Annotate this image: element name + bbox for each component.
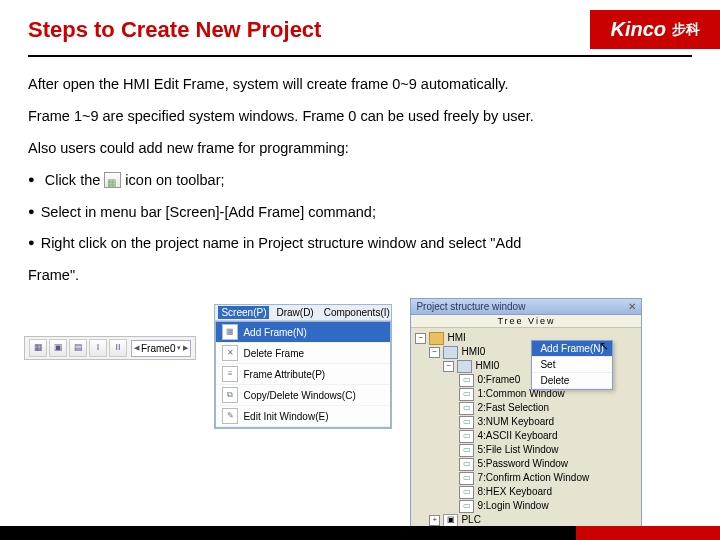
tree-title: Project structure window xyxy=(416,301,525,312)
bullet-toolbar: Click the icon on toolbar; xyxy=(28,165,692,197)
footer-bar xyxy=(0,526,720,540)
zoom-in-icon[interactable]: I xyxy=(89,339,107,357)
cursor-icon: ↖ xyxy=(599,339,609,353)
menu-components[interactable]: Components(I) xyxy=(321,306,393,319)
context-set[interactable]: Set xyxy=(532,357,611,373)
delete-icon: ✕ xyxy=(222,345,238,361)
tree-item[interactable]: ▭4:ASCII Keyboard xyxy=(415,429,637,443)
toolbar-icon[interactable]: ▣ xyxy=(49,339,67,357)
collapse-icon[interactable]: − xyxy=(443,361,454,372)
window-icon: ▭ xyxy=(459,444,474,457)
window-icon: ▭ xyxy=(459,416,474,429)
window-icon: ▭ xyxy=(459,458,474,471)
toolbar-icon[interactable]: ▤ xyxy=(69,339,87,357)
body-text: After open the HMI Edit Frame, system wi… xyxy=(0,57,720,292)
window-icon: ▭ xyxy=(459,388,474,401)
copy-icon: ⧉ xyxy=(222,387,238,403)
add-icon: ▦ xyxy=(222,324,238,340)
add-frame-icon xyxy=(104,172,121,188)
page-title: Steps to Create New Project xyxy=(28,17,321,43)
window-icon: ▭ xyxy=(459,374,474,387)
close-icon[interactable]: ✕ xyxy=(628,301,636,312)
tree-view-label: Tree View xyxy=(411,315,641,328)
hmi-icon xyxy=(457,360,472,373)
menu-copy-windows[interactable]: ⧉Copy/Delete Windows(C) xyxy=(216,385,390,406)
tree-item[interactable]: ▭5:File List Window xyxy=(415,443,637,457)
tree-item[interactable]: ▭8:HEX Keyboard xyxy=(415,485,637,499)
bullet-rightclick: Right click on the project name in Proje… xyxy=(28,228,692,260)
edit-icon: ✎ xyxy=(222,408,238,424)
tree-item[interactable]: ▭5:Password Window xyxy=(415,457,637,471)
hmi-icon xyxy=(443,346,458,359)
menu-screen[interactable]: Screen(P) xyxy=(218,306,269,319)
zoom-out-icon[interactable]: II xyxy=(109,339,127,357)
tree-item[interactable]: ▭9:Login Window xyxy=(415,499,637,513)
collapse-icon[interactable]: − xyxy=(415,333,426,344)
menu-edit-init[interactable]: ✎Edit Init Window(E) xyxy=(216,406,390,427)
tree-item[interactable]: ▭3:NUM Keyboard xyxy=(415,415,637,429)
menu-frame-attr[interactable]: ≡Frame Attribute(P) xyxy=(216,364,390,385)
dropdown-menu: ▦Add Frame(N) ✕Delete Frame ≡Frame Attri… xyxy=(215,321,391,428)
toolbar-screenshot: ▦ ▣ ▤ I II ◀ Frame0 ▾ ▶ xyxy=(24,336,196,360)
toolbar-icon[interactable]: ▦ xyxy=(29,339,47,357)
window-icon: ▭ xyxy=(459,402,474,415)
window-icon: ▭ xyxy=(459,500,474,513)
menu-delete-frame[interactable]: ✕Delete Frame xyxy=(216,343,390,364)
tree-item[interactable]: ▭2:Fast Selection xyxy=(415,401,637,415)
folder-icon xyxy=(429,332,444,345)
attr-icon: ≡ xyxy=(222,366,238,382)
project-tree-screenshot: Project structure window ✕ Tree View −HM… xyxy=(410,298,642,531)
tree-item[interactable]: ▭7:Confirm Action Window xyxy=(415,471,637,485)
menu-draw[interactable]: Draw(D) xyxy=(273,306,316,319)
bullet-menu: Select in menu bar [Screen]-[Add Frame] … xyxy=(28,197,692,229)
context-delete[interactable]: Delete xyxy=(532,373,611,389)
frame-selector[interactable]: ◀ Frame0 ▾ ▶ xyxy=(131,340,191,357)
menu-add-frame[interactable]: ▦Add Frame(N) xyxy=(216,322,390,343)
menu-screenshot: Screen(P) Draw(D) Components(I) ▦Add Fra… xyxy=(214,304,392,429)
window-icon: ▭ xyxy=(459,486,474,499)
collapse-icon[interactable]: − xyxy=(429,347,440,358)
window-icon: ▭ xyxy=(459,430,474,443)
plc-icon: ▣ xyxy=(443,514,458,527)
brand-badge: Kinco步科 xyxy=(590,10,720,49)
window-icon: ▭ xyxy=(459,472,474,485)
expand-icon[interactable]: + xyxy=(429,515,440,526)
